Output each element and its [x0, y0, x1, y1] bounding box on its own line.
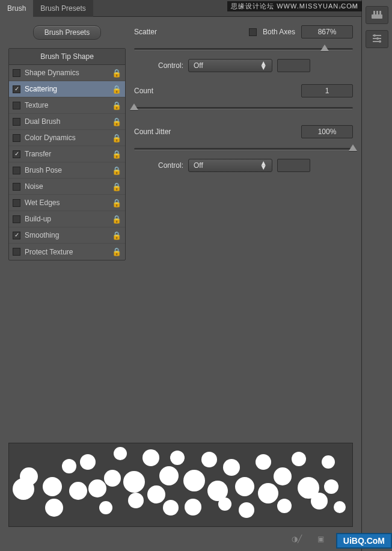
chevron-updown-icon: ▲▼	[260, 161, 267, 170]
option-label: Scattering	[25, 85, 57, 93]
lock-icon[interactable]: 🔒	[112, 199, 121, 208]
jitter-control-extra	[277, 159, 310, 172]
option-build-up[interactable]: Build-up🔒	[9, 211, 125, 227]
checkbox[interactable]	[13, 118, 20, 126]
option-label: Shape Dynamics	[25, 69, 79, 77]
scatter-control-extra	[277, 59, 310, 72]
option-protect-texture[interactable]: Protect Texture🔒	[9, 244, 125, 260]
watermark-logo: UiBQ.CoM	[336, 533, 392, 549]
both-axes-checkbox[interactable]	[249, 28, 257, 36]
option-label: Build-up	[25, 215, 51, 223]
option-smoothing[interactable]: Smoothing🔒	[9, 227, 125, 244]
brush-preview	[8, 443, 353, 527]
lock-icon[interactable]: 🔒	[112, 166, 121, 175]
option-brush-pose[interactable]: Brush Pose🔒	[9, 162, 125, 179]
lock-icon[interactable]: 🔒	[112, 150, 121, 159]
scatter-control-value: Off	[194, 61, 203, 70]
lock-icon[interactable]: 🔒	[112, 101, 121, 110]
tab-brush[interactable]: Brush	[0, 0, 33, 17]
chevron-updown-icon: ▲▼	[260, 61, 267, 70]
checkbox[interactable]	[13, 167, 20, 174]
count-slider[interactable]	[134, 102, 353, 113]
lock-icon[interactable]: 🔒	[112, 134, 121, 143]
toggle-preview-icon[interactable]: ◑╱	[288, 533, 305, 545]
svg-point-4	[373, 34, 376, 37]
option-label: Brush Pose	[25, 166, 62, 174]
both-axes-label: Both Axes	[263, 28, 295, 36]
option-scattering[interactable]: Scattering🔒	[9, 81, 125, 97]
count-label: Count	[134, 87, 295, 95]
checkbox[interactable]	[13, 183, 20, 191]
option-label: Color Dynamics	[25, 134, 76, 142]
option-noise[interactable]: Noise🔒	[9, 179, 125, 195]
lock-icon[interactable]: 🔒	[112, 231, 121, 240]
option-label: Protect Texture	[25, 248, 73, 256]
scatter-control-dropdown[interactable]: Off ▲▼	[188, 59, 272, 72]
brushes-panel-icon[interactable]	[366, 30, 388, 48]
lock-icon[interactable]: 🔒	[112, 117, 121, 126]
scatter-slider[interactable]	[134, 43, 353, 54]
brush-options-list: Brush Tip Shape Shape Dynamics🔒Scatterin…	[8, 48, 126, 260]
count-jitter-slider[interactable]	[134, 143, 353, 154]
option-label: Texture	[25, 101, 48, 109]
checkbox[interactable]	[13, 232, 20, 239]
option-label: Dual Brush	[25, 117, 60, 126]
option-dual-brush[interactable]: Dual Brush🔒	[9, 114, 125, 130]
option-transfer[interactable]: Transfer🔒	[9, 146, 125, 162]
option-label: Transfer	[25, 150, 51, 158]
lock-icon[interactable]: 🔒	[112, 247, 121, 256]
count-jitter-label: Count Jitter	[134, 128, 295, 136]
brush-presets-panel-icon[interactable]	[366, 6, 388, 24]
checkbox[interactable]	[13, 102, 20, 109]
scatter-label: Scatter	[134, 28, 243, 36]
checkbox[interactable]	[13, 134, 20, 142]
svg-rect-3	[379, 11, 381, 14]
count-value[interactable]: 1	[301, 84, 353, 97]
checkbox[interactable]	[13, 69, 20, 77]
jitter-control-value: Off	[194, 161, 203, 170]
new-preset-icon[interactable]: ▣	[312, 533, 329, 545]
checkbox[interactable]	[13, 199, 20, 207]
svg-rect-1	[373, 11, 375, 14]
option-shape-dynamics[interactable]: Shape Dynamics🔒	[9, 65, 125, 81]
count-jitter-value[interactable]: 100%	[301, 125, 353, 138]
svg-rect-0	[372, 14, 382, 19]
option-label: Wet Edges	[25, 199, 60, 207]
scatter-value[interactable]: 867%	[301, 25, 353, 38]
lock-icon[interactable]: 🔒	[112, 69, 121, 78]
watermark-text: 思缘设计论坛 WWW.MISSYUAN.COM	[227, 1, 362, 11]
scatter-control-label: Control:	[158, 61, 183, 70]
brush-presets-button[interactable]: Brush Presets	[33, 25, 101, 40]
jitter-control-label: Control:	[158, 161, 183, 170]
checkbox[interactable]	[13, 150, 20, 158]
svg-rect-2	[376, 11, 378, 14]
option-wet-edges[interactable]: Wet Edges🔒	[9, 195, 125, 211]
checkbox[interactable]	[13, 248, 20, 256]
lock-icon[interactable]: 🔒	[112, 85, 121, 94]
jitter-control-dropdown[interactable]: Off ▲▼	[188, 159, 272, 172]
option-label: Noise	[25, 182, 43, 191]
tab-brush-presets[interactable]: Brush Presets	[33, 0, 93, 17]
checkbox[interactable]	[13, 85, 20, 93]
checkbox[interactable]	[13, 215, 20, 223]
option-texture[interactable]: Texture🔒	[9, 97, 125, 114]
svg-point-6	[379, 40, 381, 43]
lock-icon[interactable]: 🔒	[112, 182, 121, 191]
brush-tip-shape-header[interactable]: Brush Tip Shape	[9, 49, 125, 65]
option-label: Smoothing	[25, 231, 59, 239]
lock-icon[interactable]: 🔒	[112, 215, 121, 224]
svg-point-5	[376, 37, 379, 40]
option-color-dynamics[interactable]: Color Dynamics🔒	[9, 130, 125, 146]
